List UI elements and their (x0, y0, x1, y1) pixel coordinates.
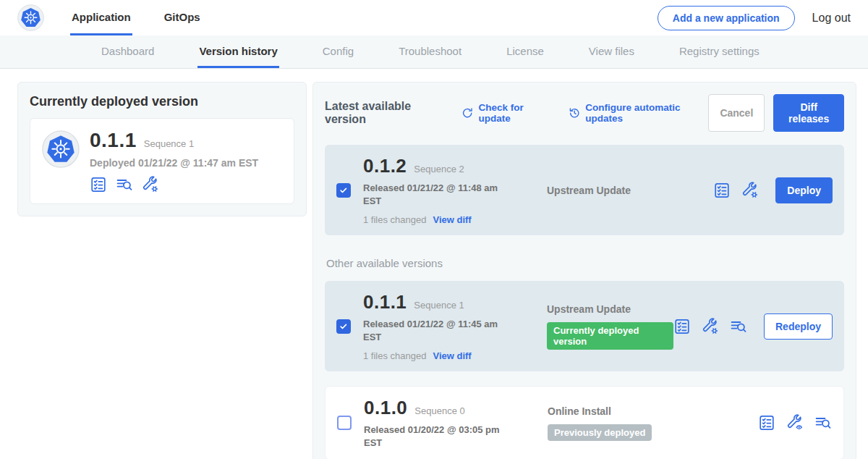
logout-button[interactable]: Log out (812, 12, 851, 25)
subnav-view-files[interactable]: View files (587, 35, 636, 68)
preflight-checklist-icon[interactable] (90, 176, 107, 193)
subnav-registry-settings[interactable]: Registry settings (678, 35, 761, 68)
deploy-logs-icon[interactable] (814, 414, 832, 431)
previously-deployed-badge: Previously deployed (548, 424, 652, 441)
application-icon (42, 129, 80, 193)
version-number: 0.1.2 (363, 155, 407, 177)
tab-application[interactable]: Application (70, 0, 132, 35)
source-label: Upstream Update (547, 185, 713, 196)
check-for-update-link[interactable]: Check for update (461, 102, 551, 124)
checkmark-icon (339, 185, 349, 195)
config-wrench-gear-icon[interactable] (142, 176, 159, 193)
sequence-label: Sequence 0 (414, 405, 464, 416)
deploy-logs-icon[interactable] (116, 176, 133, 193)
kubernetes-logo-icon (17, 4, 44, 31)
subnav-config[interactable]: Config (321, 35, 355, 68)
check-for-update-label: Check for update (478, 102, 550, 124)
files-changed-label: 1 files changed (363, 214, 426, 225)
checkmark-icon (339, 321, 349, 332)
source-label: Upstream Update (547, 303, 673, 315)
latest-version-header: Latest available version Check for updat… (325, 94, 844, 132)
released-timestamp: Released 01/20/22 @ 03:05 pm EST (364, 424, 514, 449)
redeploy-button[interactable]: Redeploy (764, 313, 833, 340)
configure-updates-label: Configure automatic updates (585, 102, 708, 124)
sequence-label: Sequence 2 (414, 164, 464, 174)
deployed-sequence-label: Sequence 1 (144, 138, 194, 149)
version-number: 0.1.0 (364, 397, 407, 419)
preflight-checklist-icon[interactable] (713, 182, 731, 199)
subnav-troubleshoot[interactable]: Troubleshoot (397, 35, 463, 68)
subnav-dashboard[interactable]: Dashboard (100, 35, 156, 68)
view-diff-link[interactable]: View diff (433, 214, 471, 225)
version-checkbox-checked[interactable] (336, 183, 351, 198)
files-changed-label: 1 files changed (363, 350, 426, 361)
preflight-checklist-icon[interactable] (758, 414, 775, 431)
version-number: 0.1.1 (363, 291, 407, 313)
top-tabs: Application GitOps (70, 0, 202, 35)
version-row-0-1-0: 0.1.0 Sequence 0 Released 01/20/22 @ 03:… (325, 386, 844, 459)
app-logo (17, 0, 44, 35)
add-application-button[interactable]: Add a new application (658, 6, 795, 30)
released-timestamp: Released 01/21/22 @ 11:48 am EST (363, 182, 514, 207)
top-nav: Application GitOps Add a new application… (0, 0, 868, 35)
subnav-version-history[interactable]: Version history (197, 35, 278, 68)
config-wrench-gear-icon[interactable] (741, 182, 759, 199)
app-subnav: Dashboard Version history Config Trouble… (0, 35, 868, 69)
deploy-button[interactable]: Deploy (775, 177, 833, 203)
sequence-label: Sequence 1 (414, 300, 464, 311)
cancel-button[interactable]: Cancel (708, 94, 765, 132)
configure-automatic-updates-link[interactable]: Configure automatic updates (569, 102, 709, 124)
version-checkbox-checked[interactable] (336, 319, 351, 334)
deployed-card-title: Currently deployed version (30, 94, 294, 109)
currently-deployed-card: Currently deployed version 0.1.1 Sequenc… (17, 82, 307, 216)
diff-releases-button[interactable]: Diff releases (773, 94, 844, 132)
deployed-version-number: 0.1.1 (90, 129, 137, 152)
version-row-0-1-2: 0.1.2 Sequence 2 Released 01/21/22 @ 11:… (325, 145, 844, 235)
view-diff-link[interactable]: View diff (433, 350, 471, 361)
currently-deployed-badge: Currently deployed version (547, 322, 673, 350)
deployed-version-panel: 0.1.1 Sequence 1 Deployed 01/21/22 @ 11:… (30, 118, 294, 204)
preflight-checklist-icon[interactable] (673, 318, 691, 335)
refresh-icon (461, 106, 473, 119)
subnav-license[interactable]: License (505, 35, 545, 68)
clock-refresh-icon (569, 106, 580, 119)
latest-version-title: Latest available version (325, 100, 444, 126)
version-checkbox-unchecked[interactable] (337, 416, 352, 430)
other-versions-title: Other available versions (326, 257, 844, 269)
config-wrench-gear-icon[interactable] (702, 318, 719, 335)
version-row-0-1-1: 0.1.1 Sequence 1 Released 01/21/22 @ 11:… (325, 281, 844, 371)
config-wrench-eye-icon[interactable] (786, 414, 804, 431)
available-versions-card: Latest available version Check for updat… (312, 82, 856, 459)
tab-gitops[interactable]: GitOps (163, 0, 202, 35)
source-label: Online Install (548, 405, 758, 417)
released-timestamp: Released 01/21/22 @ 11:45 am EST (363, 318, 514, 343)
deployed-timestamp: Deployed 01/21/22 @ 11:47 am EST (90, 157, 258, 169)
deploy-logs-icon[interactable] (730, 318, 747, 335)
